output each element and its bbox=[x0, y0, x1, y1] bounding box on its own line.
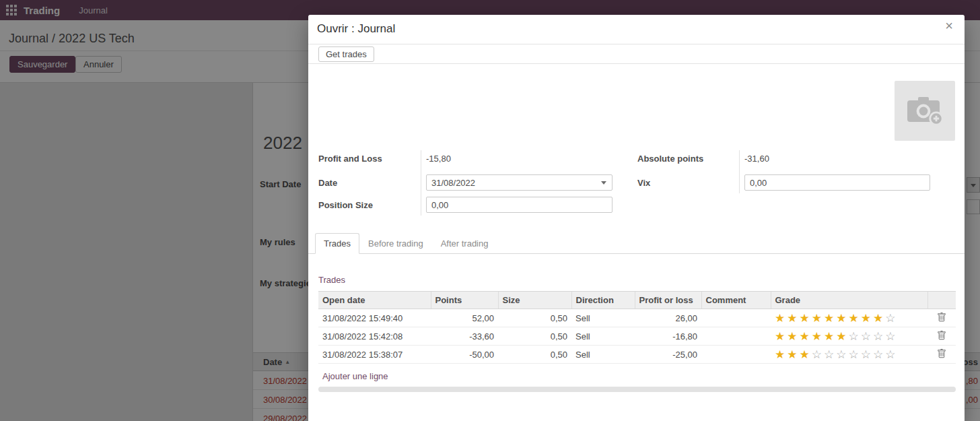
open-date-cell[interactable]: 31/08/2022 15:38:07 bbox=[318, 346, 431, 364]
comment-cell[interactable] bbox=[701, 346, 771, 364]
journal-modal: Ouvrir : Journal × Get trades Profit and… bbox=[308, 15, 965, 421]
profit-or-loss-cell[interactable]: -16,80 bbox=[635, 327, 701, 346]
star-filled-icon[interactable]: ★ bbox=[812, 331, 822, 342]
star-empty-icon[interactable]: ☆ bbox=[824, 349, 834, 360]
open-date-cell[interactable]: 31/08/2022 15:49:40 bbox=[318, 309, 431, 327]
star-filled-icon[interactable]: ★ bbox=[800, 349, 810, 360]
points-cell[interactable]: -33,60 bbox=[431, 327, 498, 346]
grade-cell: ★★★★★★☆☆☆☆ bbox=[771, 327, 928, 346]
column-header-grade[interactable]: Grade bbox=[771, 292, 928, 309]
column-header-actions bbox=[928, 292, 956, 309]
trades-section-title: Trades bbox=[318, 275, 345, 285]
star-filled-icon[interactable]: ★ bbox=[873, 313, 883, 324]
trash-icon[interactable] bbox=[936, 330, 948, 342]
horizontal-scrollbar[interactable] bbox=[318, 387, 956, 392]
star-empty-icon[interactable]: ☆ bbox=[812, 349, 822, 360]
star-filled-icon[interactable]: ★ bbox=[836, 331, 846, 342]
star-empty-icon[interactable]: ☆ bbox=[873, 331, 883, 342]
star-filled-icon[interactable]: ★ bbox=[849, 313, 859, 324]
column-header-direction[interactable]: Direction bbox=[571, 292, 635, 309]
column-header-size[interactable]: Size bbox=[498, 292, 571, 309]
absolute-points-label: Absolute points bbox=[637, 154, 703, 164]
image-upload-placeholder[interactable] bbox=[895, 81, 955, 141]
direction-cell[interactable]: Sell bbox=[571, 309, 635, 327]
close-icon[interactable]: × bbox=[941, 18, 957, 33]
actions-cell bbox=[928, 327, 956, 346]
star-filled-icon[interactable]: ★ bbox=[824, 331, 834, 342]
date-select[interactable]: 31/08/2022 bbox=[426, 174, 612, 191]
actions-cell bbox=[928, 346, 956, 364]
add-line-link[interactable]: Ajouter une ligne bbox=[322, 371, 388, 381]
absolute-points-value: -31,60 bbox=[744, 154, 769, 164]
tab-before-trading[interactable]: Before trading bbox=[359, 233, 432, 254]
trades-table-body: 31/08/2022 15:49:4052,000,50Sell26,00★★★… bbox=[318, 309, 956, 364]
star-filled-icon[interactable]: ★ bbox=[775, 313, 785, 324]
star-empty-icon[interactable]: ☆ bbox=[885, 349, 895, 360]
comment-cell[interactable] bbox=[701, 327, 771, 346]
tab-after-trading[interactable]: After trading bbox=[432, 233, 497, 254]
star-filled-icon[interactable]: ★ bbox=[800, 331, 810, 342]
star-filled-icon[interactable]: ★ bbox=[787, 349, 797, 360]
date-select-value: 31/08/2022 bbox=[431, 178, 475, 188]
star-filled-icon[interactable]: ★ bbox=[775, 349, 785, 360]
column-header-open-date[interactable]: Open date bbox=[318, 292, 431, 309]
star-empty-icon[interactable]: ☆ bbox=[849, 331, 859, 342]
camera-plus-icon bbox=[906, 94, 944, 129]
notebook-tabs: Trades Before trading After trading bbox=[308, 233, 965, 254]
profit-and-loss-value: -15,80 bbox=[426, 154, 451, 164]
get-trades-button[interactable]: Get trades bbox=[318, 46, 374, 62]
points-cell[interactable]: 52,00 bbox=[431, 309, 498, 327]
star-filled-icon[interactable]: ★ bbox=[824, 313, 834, 324]
points-cell[interactable]: -50,00 bbox=[431, 346, 498, 364]
star-filled-icon[interactable]: ★ bbox=[787, 313, 797, 324]
vix-label: Vix bbox=[637, 178, 650, 188]
star-filled-icon[interactable]: ★ bbox=[787, 331, 797, 342]
open-date-cell[interactable]: 31/08/2022 15:42:08 bbox=[318, 327, 431, 346]
grade-cell: ★★★☆☆☆☆☆☆☆ bbox=[771, 346, 928, 364]
trade-row[interactable]: 31/08/2022 15:42:08-33,600,50Sell-16,80★… bbox=[318, 327, 956, 346]
profit-or-loss-cell[interactable]: 26,00 bbox=[635, 309, 701, 327]
trash-icon[interactable] bbox=[936, 312, 948, 324]
position-size-input[interactable] bbox=[426, 197, 612, 213]
grade-stars: ★★★☆☆☆☆☆☆☆ bbox=[775, 349, 923, 360]
modal-header: Ouvrir : Journal × bbox=[308, 15, 965, 44]
grade-cell: ★★★★★★★★★☆ bbox=[771, 309, 928, 327]
trade-row[interactable]: 31/08/2022 15:49:4052,000,50Sell26,00★★★… bbox=[318, 309, 956, 327]
column-header-points[interactable]: Points bbox=[431, 292, 498, 309]
star-empty-icon[interactable]: ☆ bbox=[849, 349, 859, 360]
divider bbox=[421, 150, 421, 216]
column-header-comment[interactable]: Comment bbox=[701, 292, 771, 309]
position-size-label: Position Size bbox=[318, 200, 373, 210]
size-cell[interactable]: 0,50 bbox=[498, 346, 571, 364]
tab-trades[interactable]: Trades bbox=[315, 233, 359, 254]
profit-and-loss-label: Profit and Loss bbox=[318, 154, 382, 164]
column-header-profit-or-loss[interactable]: Profit or loss bbox=[635, 292, 701, 309]
divider bbox=[739, 150, 740, 193]
star-empty-icon[interactable]: ☆ bbox=[861, 349, 871, 360]
star-filled-icon[interactable]: ★ bbox=[836, 313, 846, 324]
trades-table-header-row: Open date Points Size Direction Profit o… bbox=[318, 292, 956, 309]
screen: Trading Journal Journal / 2022 US Tech S… bbox=[0, 0, 980, 421]
direction-cell[interactable]: Sell bbox=[571, 346, 635, 364]
comment-cell[interactable] bbox=[701, 309, 771, 327]
trash-icon[interactable] bbox=[936, 348, 948, 360]
trade-row[interactable]: 31/08/2022 15:38:07-50,000,50Sell-25,00★… bbox=[318, 346, 956, 364]
profit-or-loss-cell[interactable]: -25,00 bbox=[635, 346, 701, 364]
star-empty-icon[interactable]: ☆ bbox=[836, 349, 846, 360]
star-filled-icon[interactable]: ★ bbox=[775, 331, 785, 342]
direction-cell[interactable]: Sell bbox=[571, 327, 635, 346]
modal-toolbar: Get trades bbox=[308, 44, 965, 64]
star-empty-icon[interactable]: ☆ bbox=[885, 331, 895, 342]
star-empty-icon[interactable]: ☆ bbox=[885, 313, 895, 324]
star-empty-icon[interactable]: ☆ bbox=[873, 349, 883, 360]
size-cell[interactable]: 0,50 bbox=[498, 309, 571, 327]
star-filled-icon[interactable]: ★ bbox=[800, 313, 810, 324]
star-filled-icon[interactable]: ★ bbox=[861, 313, 871, 324]
date-label: Date bbox=[318, 178, 337, 188]
trades-table: Open date Points Size Direction Profit o… bbox=[318, 291, 956, 364]
size-cell[interactable]: 0,50 bbox=[498, 327, 571, 346]
star-filled-icon[interactable]: ★ bbox=[812, 313, 822, 324]
modal-title: Ouvrir : Journal bbox=[317, 22, 395, 36]
star-empty-icon[interactable]: ☆ bbox=[861, 331, 871, 342]
vix-input[interactable] bbox=[744, 174, 930, 191]
